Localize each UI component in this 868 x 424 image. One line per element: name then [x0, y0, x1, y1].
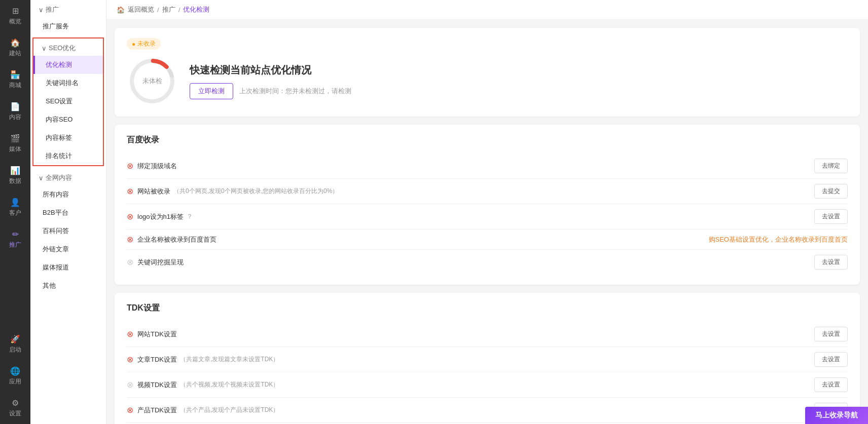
promo-icon: ✏ — [12, 229, 19, 239]
check-label-video-tdk: 视频TDK设置（共个视频,发现个视频未设置TDK） — [137, 380, 810, 390]
error-icon-company-indexed: ⊗ — [127, 235, 133, 244]
sidebar-section-seo[interactable]: ∨ SEO优化 — [33, 38, 103, 56]
action-link-company-indexed[interactable]: 购SEO基础设置优化，企业名称收录到百度首页 — [709, 235, 848, 244]
breadcrumb-promo[interactable]: 推广 — [162, 5, 175, 14]
nav-label-apps: 应用 — [9, 377, 21, 386]
check-label-company-indexed: 企业名称被收录到百度首页 — [137, 235, 705, 244]
check-label-site-indexed: 网站被收录（共0个网页,发现0个网页被收录,您的网站收录百分比为0%） — [137, 187, 810, 196]
shop-icon: 🏪 — [10, 70, 20, 80]
action-btn-site-indexed[interactable]: 去提交 — [814, 184, 848, 199]
check-item-keyword-mining: ⊗关键词挖掘呈现去设置 — [127, 250, 848, 275]
bottom-promo[interactable]: 马上收录导航 — [805, 407, 868, 424]
sidebar-item-content-seo[interactable]: 内容SEO — [33, 110, 103, 129]
sidebar-item-other[interactable]: 其他 — [30, 277, 106, 295]
baidu-section: 百度收录 ⊗绑定顶级域名去绑定⊗网站被收录（共0个网页,发现0个网页被收录,您的… — [115, 125, 860, 285]
nav-item-customer[interactable]: 👤客户 — [9, 191, 21, 223]
sidebar-item-external[interactable]: 外链文章 — [30, 240, 106, 258]
action-btn-article-tdk[interactable]: 去设置 — [814, 352, 848, 367]
home-icon: 🏠 — [117, 6, 125, 14]
ok-icon-video-tdk: ⊗ — [127, 380, 133, 390]
check-item-video-tdk: ⊗视频TDK设置（共个视频,发现个视频未设置TDK）去设置 — [127, 372, 848, 398]
error-icon-product-tdk: ⊗ — [127, 405, 133, 415]
nav-item-promo[interactable]: ✏推广 — [9, 223, 21, 255]
check-item-company-indexed: ⊗企业名称被收录到百度首页购SEO基础设置优化，企业名称收录到百度首页 — [127, 229, 848, 250]
sidebar-item-all-content[interactable]: 所有内容 — [30, 185, 106, 204]
check-item-logo-h1: ⊗logo设为h1标签？去设置 — [127, 204, 848, 229]
start-icon: 🚀 — [10, 334, 20, 344]
error-icon-bind-domain: ⊗ — [127, 161, 133, 171]
nav-item-start[interactable]: 🚀启动 — [0, 328, 30, 360]
detection-title: 快速检测当前站点优化情况 — [190, 63, 351, 77]
error-icon-logo-h1: ⊗ — [127, 212, 133, 221]
sidebar-item-opt-check[interactable]: 优化检测 — [33, 56, 103, 74]
left-navigation: ⊞概览🏠建站🏪商城📄内容🎬媒体📊数据👤客户✏推广 🚀启动🌐应用⚙设置 — [0, 0, 30, 424]
sidebar-item-seo-settings[interactable]: SEO设置 — [33, 92, 103, 110]
second-sidebar: ∨ 推广推广服务∨ SEO优化优化检测关键词排名SEO设置内容SEO内容标签排名… — [30, 0, 106, 424]
breadcrumb-current: 优化检测 — [183, 5, 209, 14]
uncollected-badge: ● 未收录 — [127, 38, 161, 50]
settings-icon: ⚙ — [12, 398, 19, 408]
check-item-product-tdk: ⊗产品TDK设置（共个产品,发现个产品未设置TDK）去设置 — [127, 398, 848, 423]
detection-card: ● 未收录 未体检 快速检测当前站点优化情况 立即检测 上次检测时间： — [115, 28, 860, 117]
check-item-bind-domain: ⊗绑定顶级域名去绑定 — [127, 153, 848, 179]
action-btn-video-tdk[interactable]: 去设置 — [814, 377, 848, 392]
check-label-bind-domain: 绑定顶级域名 — [137, 162, 810, 171]
sidebar-item-rank-stats[interactable]: 排名统计 — [33, 147, 103, 165]
error-icon-article-tdk: ⊗ — [127, 355, 133, 364]
breadcrumb-sep2: / — [178, 6, 180, 14]
detect-button[interactable]: 立即检测 — [190, 83, 233, 99]
nav-item-overview[interactable]: ⊞概览 — [9, 0, 21, 32]
breadcrumb-sep1: / — [157, 6, 159, 14]
data-icon: 📊 — [10, 166, 20, 175]
nav-item-apps[interactable]: 🌐应用 — [0, 360, 30, 392]
check-item-article-tdk: ⊗文章TDK设置（共篇文章,发现篇文章未设置TDK）去设置 — [127, 347, 848, 372]
check-label-article-tdk: 文章TDK设置（共篇文章,发现篇文章未设置TDK） — [137, 355, 810, 364]
nav-item-build[interactable]: 🏠建站 — [9, 32, 21, 64]
check-label-product-tdk: 产品TDK设置（共个产品,发现个产品未设置TDK） — [137, 406, 810, 415]
action-btn-keyword-mining[interactable]: 去设置 — [814, 255, 848, 269]
nav-label-data: 数据 — [9, 177, 21, 185]
sidebar-item-promo-service[interactable]: 推广服务 — [30, 17, 106, 35]
nav-item-settings[interactable]: ⚙设置 — [0, 392, 30, 424]
check-label-logo-h1: logo设为h1标签？ — [137, 212, 810, 221]
sidebar-item-b2b[interactable]: B2B平台 — [30, 204, 106, 222]
sidebar-item-content-tags[interactable]: 内容标签 — [33, 129, 103, 147]
action-btn-bind-domain[interactable]: 去绑定 — [814, 159, 848, 173]
last-check-text: 上次检测时间：您并未检测过，请检测 — [239, 87, 351, 96]
overview-icon: ⊞ — [12, 6, 19, 16]
chevron-icon-all: ∨ — [39, 174, 44, 182]
nav-label-customer: 客户 — [9, 209, 21, 217]
tdk-section: TDK设置 ⊗网站TDK设置去设置⊗文章TDK设置（共篇文章,发现篇文章未设置T… — [115, 293, 860, 424]
nav-label-start: 启动 — [9, 345, 21, 354]
sidebar-section-promo[interactable]: ∨ 推广 — [30, 0, 106, 17]
nav-item-content[interactable]: 📄内容 — [9, 96, 21, 128]
sidebar-item-baike[interactable]: 百科问答 — [30, 222, 106, 240]
breadcrumb: 🏠 返回概览 / 推广 / 优化检测 — [106, 0, 868, 20]
check-item-site-indexed: ⊗网站被收录（共0个网页,发现0个网页被收录,您的网站收录百分比为0%）去提交 — [127, 179, 848, 204]
baidu-section-title: 百度收录 — [127, 135, 848, 145]
error-icon-site-tdk: ⊗ — [127, 329, 133, 339]
gauge-container: 未体检 — [127, 56, 177, 106]
nav-label-content: 内容 — [9, 113, 21, 122]
gauge-text: 未体检 — [142, 76, 162, 86]
detection-info: 快速检测当前站点优化情况 立即检测 上次检测时间：您并未检测过，请检测 — [190, 63, 351, 99]
nav-item-data[interactable]: 📊数据 — [9, 160, 21, 191]
content-icon: 📄 — [10, 102, 20, 111]
check-item-site-tdk: ⊗网站TDK设置去设置 — [127, 322, 848, 347]
nav-label-settings: 设置 — [9, 409, 21, 418]
help-icon-logo-h1[interactable]: ？ — [187, 212, 193, 221]
nav-item-shop[interactable]: 🏪商城 — [9, 64, 21, 96]
sidebar-section-all-content[interactable]: ∨ 全网内容 — [30, 168, 106, 185]
action-btn-logo-h1[interactable]: 去设置 — [814, 209, 848, 224]
check-sub-article-tdk: （共篇文章,发现篇文章未设置TDK） — [180, 355, 279, 364]
media-icon: 🎬 — [10, 134, 20, 143]
sidebar-item-media-report[interactable]: 媒体报道 — [30, 258, 106, 277]
nav-label-promo: 推广 — [9, 241, 21, 249]
breadcrumb-back[interactable]: 返回概览 — [128, 5, 154, 14]
nav-item-media[interactable]: 🎬媒体 — [9, 128, 21, 160]
sidebar-item-keyword-rank[interactable]: 关键词排名 — [33, 74, 103, 92]
chevron-icon: ∨ — [39, 6, 44, 14]
ok-icon-keyword-mining: ⊗ — [127, 257, 133, 267]
apps-icon: 🌐 — [10, 366, 20, 376]
action-btn-site-tdk[interactable]: 去设置 — [814, 327, 848, 341]
